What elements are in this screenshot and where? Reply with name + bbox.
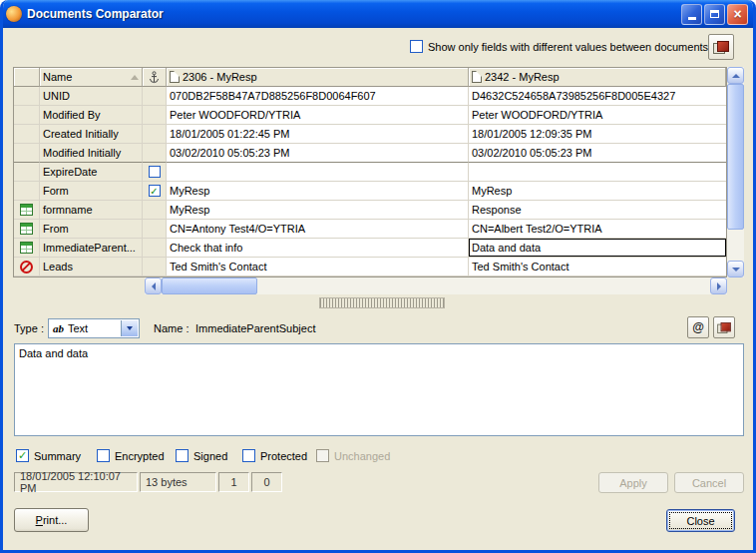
row-doc1-value[interactable]: 18/01/2005 01:22:45 PM [167,125,469,144]
row-name[interactable]: From [40,220,143,239]
row-anchor-cell[interactable] [143,87,167,106]
scroll-up-button[interactable] [727,67,744,84]
row-doc2-value[interactable]: 18/01/2005 12:09:35 PM [469,125,726,144]
row-anchor-cell[interactable] [143,201,167,220]
row-doc1-value[interactable]: 070DB2F58B47A7D885256F8D0064F607 [167,87,469,106]
grid-header-row: Name 2306 - MyResp 2342 - MyResp [14,68,726,87]
row-name[interactable]: Modified Initially [40,144,143,163]
doc1-header-label: 2306 - MyResp [183,71,257,83]
field-value-textarea[interactable]: Data and data [14,343,744,436]
field-size: 13 bytes [140,472,216,492]
row-doc2-value[interactable]: D4632C524658A73985256F8D005E4327 [469,87,726,106]
comparison-grid: Name 2306 - MyResp 2342 - MyResp [13,67,727,277]
scroll-left-button[interactable] [145,277,162,294]
row-icon-cell [14,182,40,201]
row-name[interactable]: Leads [40,258,143,276]
close-button[interactable]: Close [666,509,735,532]
anchor-checkbox-checked[interactable] [149,185,161,197]
field-report-button[interactable] [713,316,735,338]
signed-checkbox[interactable] [176,449,189,462]
type-select[interactable]: ab Text [48,318,140,338]
table-row[interactable]: From CN=Antony Test4/O=YTRIA CN=Albert T… [14,220,726,239]
row-doc1-value[interactable]: CN=Antony Test4/O=YTRIA [167,220,469,239]
scrollbar-corner [727,277,744,294]
protected-checkbox[interactable] [242,449,255,462]
table-row[interactable]: Created Initially 18/01/2005 01:22:45 PM… [14,125,726,144]
table-row[interactable]: formname MyResp Response [14,201,726,220]
row-doc2-value[interactable]: Ted Smith's Contact [469,258,726,276]
row-doc2-value[interactable]: 03/02/2010 05:05:23 PM [469,144,726,163]
row-doc2-value[interactable]: Response [469,201,726,220]
row-doc1-value[interactable]: Check that info [167,239,469,258]
doc2-column-header[interactable]: 2342 - MyResp [469,68,726,87]
print-button[interactable]: Print... [14,508,89,532]
row-name[interactable]: ExpireDate [40,163,143,182]
row-doc2-value-selected[interactable]: Data and data [469,239,726,258]
horizontal-scrollbar[interactable] [145,277,727,294]
maximize-button[interactable] [704,4,725,25]
row-doc1-value[interactable]: Peter WOODFORD/YTRIA [167,106,469,125]
at-formula-button[interactable]: @ [687,316,709,338]
horizontal-scrollbar-thumb[interactable] [162,277,257,294]
summary-checkbox[interactable] [16,449,29,462]
vertical-scrollbar-thumb[interactable] [727,84,744,230]
field-icon [20,223,33,235]
table-row[interactable]: Modified By Peter WOODFORD/YTRIA Peter W… [14,106,726,125]
pane-splitter-handle[interactable] [319,297,445,308]
anchor-column-header[interactable] [143,68,167,87]
row-name[interactable]: Created Initially [40,125,143,144]
row-doc1-value[interactable]: 03/02/2010 05:05:23 PM [167,144,469,163]
row-anchor-cell[interactable] [143,125,167,144]
row-name[interactable]: Form [40,182,143,201]
row-doc2-value[interactable] [469,163,726,182]
right-arrow-icon [717,282,725,290]
protected-label: Protected [260,450,307,462]
field-icon [20,242,33,254]
row-name[interactable]: UNID [40,87,143,106]
field-icon [20,204,33,216]
document-icon [170,71,180,83]
table-row[interactable]: ImmediateParent... Check that info Data … [14,239,726,258]
sort-ascending-icon [131,71,139,80]
icon-column-header[interactable] [14,68,40,87]
modified-timestamp: 18/01/2005 12:10:07 PM [14,472,138,492]
row-doc1-value[interactable]: Ted Smith's Contact [167,258,469,276]
signed-label: Signed [193,450,227,462]
up-arrow-icon [732,70,740,78]
scroll-right-button[interactable] [710,277,727,294]
row-doc1-value[interactable] [167,163,469,182]
row-doc1-value[interactable]: MyResp [167,201,469,220]
table-row[interactable]: Leads Ted Smith's Contact Ted Smith's Co… [14,258,726,276]
row-anchor-cell[interactable] [143,144,167,163]
show-different-values-checkbox[interactable] [410,40,423,53]
row-anchor-cell[interactable] [143,182,167,201]
table-row[interactable]: Form MyResp MyResp [14,182,726,201]
left-arrow-icon [148,282,156,290]
report-button[interactable] [708,34,734,60]
row-doc2-value[interactable]: MyResp [469,182,726,201]
row-anchor-cell[interactable] [143,258,167,276]
close-window-button[interactable]: × [727,4,748,25]
minimize-button[interactable] [681,4,702,25]
table-row[interactable]: ExpireDate [14,163,726,182]
row-name[interactable]: formname [40,201,143,220]
encrypted-checkbox[interactable] [97,449,110,462]
anchor-checkbox[interactable] [149,166,161,178]
summary-label: Summary [34,450,81,462]
row-anchor-cell[interactable] [143,239,167,258]
type-dropdown-button[interactable] [121,320,138,336]
row-name[interactable]: ImmediateParent... [40,239,143,258]
row-anchor-cell[interactable] [143,106,167,125]
scroll-down-button[interactable] [727,261,744,277]
row-name[interactable]: Modified By [40,106,143,125]
table-row[interactable]: UNID 070DB2F58B47A7D885256F8D0064F607 D4… [14,87,726,106]
row-doc1-value[interactable]: MyResp [167,182,469,201]
row-anchor-cell[interactable] [143,163,167,182]
vertical-scrollbar[interactable] [727,67,744,277]
row-anchor-cell[interactable] [143,220,167,239]
row-doc2-value[interactable]: CN=Albert Test2/O=YTRIA [469,220,726,239]
table-row[interactable]: Modified Initially 03/02/2010 05:05:23 P… [14,144,726,163]
doc1-column-header[interactable]: 2306 - MyResp [167,68,469,87]
row-doc2-value[interactable]: Peter WOODFORD/YTRIA [469,106,726,125]
name-column-header[interactable]: Name [40,68,143,87]
